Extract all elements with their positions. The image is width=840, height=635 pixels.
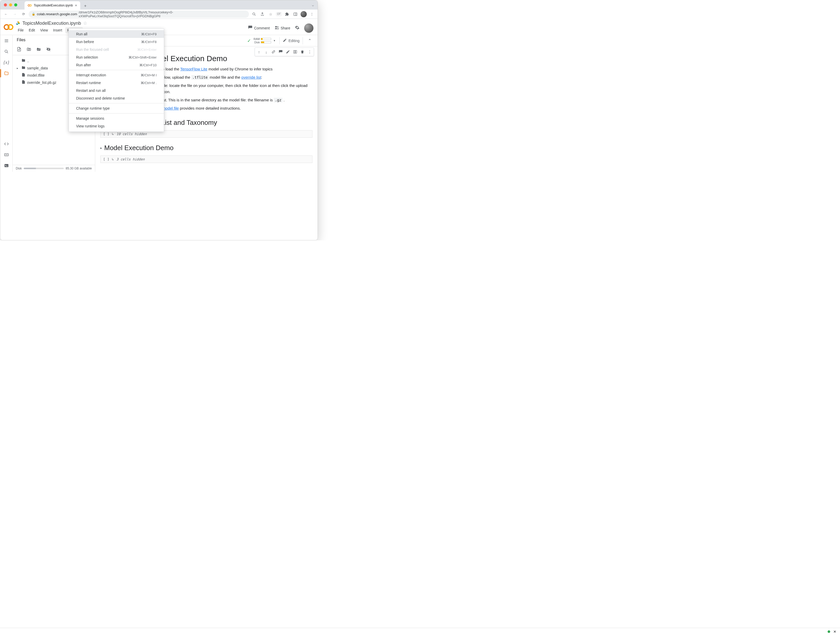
comment-icon (248, 25, 253, 31)
runtime-manage-sessions[interactable]: Manage sessions (69, 115, 164, 122)
notebook-title[interactable]: TopicsModelExecution.ipynb (22, 20, 81, 26)
menu-edit[interactable]: Edit (27, 27, 37, 33)
link-override-list[interactable]: override list (241, 75, 261, 79)
collapse-header-icon[interactable]: ⌃ (306, 37, 313, 44)
runtime-run-before[interactable]: Run before⌘/Ctrl+F8 (69, 38, 164, 46)
ot-badge[interactable]: OT (275, 11, 283, 18)
side-panel-icon[interactable] (292, 11, 299, 18)
window-title-bar: TopicsModelExecution.ipynb × + ⌵ (0, 0, 317, 9)
colab-icon (28, 3, 32, 8)
runtime-restart[interactable]: Restart runtime⌘/Ctrl+M . (69, 79, 164, 87)
toggle-hidden-icon[interactable] (46, 47, 51, 53)
window-close-button[interactable] (4, 3, 7, 6)
disk-status: Disk 85.30 GB available (13, 165, 95, 172)
svg-point-2 (253, 13, 255, 15)
reload-button[interactable]: ⟳ (20, 11, 27, 18)
chevron-right-icon[interactable]: ▸ (100, 146, 102, 150)
folder-icon (21, 66, 25, 71)
disk-usage-bar (24, 168, 63, 169)
runtime-run-after[interactable]: Run after⌘/Ctrl+F10 (69, 61, 164, 69)
comment-button[interactable]: Comment (248, 25, 270, 31)
edit-cell-icon[interactable] (284, 48, 292, 55)
cell-more-icon[interactable]: ⋮ (306, 48, 313, 55)
refresh-folder-icon[interactable] (27, 47, 31, 53)
share-button[interactable]: Share (275, 25, 290, 31)
toc-icon[interactable] (3, 38, 9, 44)
left-sidebar: {x} (0, 35, 13, 172)
svg-rect-14 (5, 164, 8, 167)
file-icon (21, 73, 25, 78)
file-icon (21, 80, 25, 85)
move-down-icon[interactable]: ↓ (263, 48, 270, 55)
delete-cell-icon[interactable] (299, 48, 306, 55)
section-header[interactable]: ▸ Model Execution Demo (95, 141, 317, 154)
svg-line-11 (7, 52, 8, 53)
expand-icon[interactable]: ▸ (17, 66, 20, 70)
user-avatar[interactable] (304, 24, 313, 33)
address-bar[interactable]: 🔒 colab.research.google.com/drive/1Fk1iZ… (28, 11, 249, 18)
profile-avatar[interactable] (300, 11, 307, 18)
zoom-icon[interactable] (251, 11, 258, 18)
star-icon[interactable]: ☆ (83, 20, 87, 26)
command-palette-icon[interactable] (3, 152, 9, 158)
svg-point-9 (277, 26, 278, 28)
files-icon[interactable] (3, 70, 9, 76)
tab-close-icon[interactable]: × (75, 3, 77, 8)
new-tab-button[interactable]: + (82, 2, 89, 9)
terminal-icon[interactable] (3, 162, 9, 169)
tab-overflow-button[interactable]: ⌵ (310, 3, 316, 7)
menu-view[interactable]: View (38, 27, 50, 33)
connected-check-icon: ✓ (247, 38, 251, 44)
runtime-run-all[interactable]: Run all⌘/Ctrl+F9 (69, 30, 164, 38)
arrow-icon: ↳ (112, 158, 114, 161)
extensions-icon[interactable] (284, 11, 291, 18)
runtime-run-focused: Run the focused cell⌘/Ctrl+Enter (69, 46, 164, 54)
colab-logo[interactable] (3, 22, 14, 32)
window-minimize-button[interactable] (9, 3, 12, 6)
runtime-run-selection[interactable]: Run selection⌘/Ctrl+Shift+Enter (69, 54, 164, 61)
variables-icon[interactable]: {x} (3, 59, 9, 66)
cell-comment-icon[interactable] (277, 48, 284, 55)
search-icon[interactable] (3, 49, 9, 55)
runtime-restart-run-all[interactable]: Restart and run all (69, 87, 164, 95)
people-icon (275, 25, 279, 31)
pencil-icon (283, 38, 287, 43)
settings-icon[interactable] (295, 25, 300, 31)
menu-insert[interactable]: Insert (51, 27, 64, 33)
cell-paragraph: o load the TensorFlow Lite model used by… (162, 66, 313, 72)
code-snippets-icon[interactable] (3, 141, 9, 147)
forward-button[interactable]: → (11, 11, 18, 18)
share-icon[interactable] (259, 11, 266, 18)
runtime-menu: Run all⌘/Ctrl+F9 Run before⌘/Ctrl+F8 Run… (69, 28, 164, 132)
runtime-interrupt[interactable]: Interrupt execution⌘/Ctrl+M I (69, 71, 164, 79)
svg-rect-17 (295, 50, 297, 54)
resource-dropdown-icon[interactable]: ▾ (273, 38, 276, 43)
window-maximize-button[interactable] (14, 3, 17, 6)
hidden-cells-indicator[interactable]: [ ] ↳ 3 cells hidden (100, 156, 313, 163)
editing-mode-button[interactable]: Editing (283, 38, 300, 43)
svg-point-1 (30, 5, 32, 6)
link-model-file[interactable]: model file (162, 106, 179, 110)
mount-drive-icon[interactable] (36, 47, 41, 53)
move-up-icon[interactable]: ↑ (256, 48, 263, 55)
runtime-disconnect[interactable]: Disconnect and delete runtime (69, 95, 164, 102)
url-path: /drive/1Fk1iZO68mrnphOogRP8iD4jJvBfByVtL… (79, 10, 246, 18)
browser-menu-icon[interactable]: ⋮ (308, 11, 316, 18)
svg-rect-4 (294, 13, 297, 16)
bookmark-icon[interactable]: ☆ (267, 11, 274, 18)
lock-icon: 🔒 (32, 13, 35, 16)
runtime-view-logs[interactable]: View runtime logs (69, 122, 164, 130)
url-host: colab.research.google.com (37, 12, 77, 16)
menu-file[interactable]: File (16, 27, 26, 33)
link-icon[interactable] (270, 48, 277, 55)
cell-paragraph: ist. This is in the same directory as th… (162, 97, 313, 103)
upload-file-icon[interactable] (17, 47, 21, 53)
arrow-icon: ↳ (112, 132, 114, 136)
browser-tab[interactable]: TopicsModelExecution.ipynb × (25, 1, 80, 9)
back-button[interactable]: ← (2, 11, 9, 18)
mirror-cell-icon[interactable] (292, 48, 299, 55)
runtime-change-type[interactable]: Change runtime type (69, 104, 164, 112)
ram-disk-indicator[interactable]: ✓ RAM Disk ▾ (247, 38, 276, 44)
svg-point-10 (5, 50, 7, 52)
link-tensorflow-lite[interactable]: TensorFlow Lite (180, 67, 207, 71)
